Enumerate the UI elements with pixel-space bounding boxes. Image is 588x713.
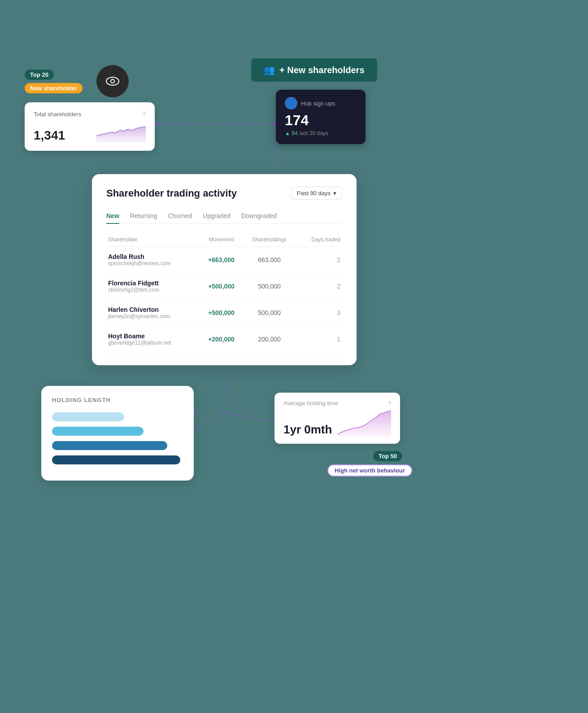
table-row[interactable]: Florencia Fidgett ckinlochg2@ibm.com +50… xyxy=(106,273,342,300)
shareholdings-value: 663,000 xyxy=(258,256,281,263)
high-net-worth-badge[interactable]: High net worth behaviour xyxy=(327,464,412,477)
shareholder-email: ckinlochg2@ibm.com xyxy=(108,287,198,293)
tab-returning[interactable]: Returning xyxy=(130,209,157,224)
holding-bar xyxy=(52,412,124,421)
new-shareholder-badge[interactable]: New shareholder xyxy=(25,83,83,93)
shareholder-name: Adella Rush xyxy=(108,253,198,260)
svg-line-4 xyxy=(224,413,278,422)
shareholder-email: sproschekjh@reuters.com xyxy=(108,260,198,267)
new-shareholder-badge-label: New shareholder xyxy=(30,85,77,92)
shareholder-name: Florencia Fidgett xyxy=(108,280,198,287)
eye-icon xyxy=(96,65,129,97)
shareholder-name: Hoyt Boame xyxy=(108,332,198,340)
hub-signups-change: ▲ 84 xyxy=(285,130,298,136)
top20-badge-label: Top 20 xyxy=(30,71,48,78)
shareholdings-value: 500,000 xyxy=(258,283,281,290)
avg-holding-value: 1yr 0mth xyxy=(283,423,332,437)
top50-badge-label: Top 50 xyxy=(379,453,397,459)
tab-new[interactable]: New xyxy=(106,209,119,224)
days-traded-value: 2 xyxy=(337,283,340,290)
shareholder-name: Harlen Chiverton xyxy=(108,306,198,313)
table-row[interactable]: Hoyt Boame gbeveridge11@jalbum.net +200,… xyxy=(106,326,342,353)
new-shareholders-button[interactable]: 👥 + New shareholders xyxy=(251,58,377,82)
hub-icon: 👤 xyxy=(285,97,297,109)
add-person-icon: 👥 xyxy=(264,65,275,75)
hub-signups-card: 👤 Hub sign ups 174 ▲ 84 last 30 days xyxy=(276,90,366,144)
hub-signups-label: Hub sign ups xyxy=(301,100,335,107)
bar-row xyxy=(52,427,183,436)
bar-row xyxy=(52,441,183,450)
total-shareholders-title: Total shareholders ? xyxy=(34,110,146,118)
movement-value: +500,000 xyxy=(208,309,235,316)
tab-churned[interactable]: Churned xyxy=(168,209,192,224)
days-traded-value: 3 xyxy=(337,309,340,316)
shareholders-table: Shareholder Movement Shareholdings Days … xyxy=(106,233,342,353)
col-shareholdings: Shareholdings xyxy=(243,233,296,247)
movement-value: +500,000 xyxy=(208,283,235,290)
col-movement: Movement xyxy=(200,233,242,247)
hub-signups-value: 174 xyxy=(285,112,357,129)
holding-length-card: HOLDING LENGTH xyxy=(41,386,194,481)
avg-holding-card: Average holding time ? 1yr 0mth xyxy=(274,393,400,444)
avg-holding-title: Average holding time ? xyxy=(283,400,391,407)
hub-signups-period: last 30 days xyxy=(300,130,328,136)
new-shareholders-label: + New shareholders xyxy=(279,65,365,75)
high-net-worth-label: High net worth behaviour xyxy=(335,467,405,474)
col-days-traded: Days traded xyxy=(296,233,342,247)
shareholder-email: jbeney2n@symantec.com xyxy=(108,313,198,319)
holding-bar xyxy=(52,441,167,450)
table-row[interactable]: Adella Rush sproschekjh@reuters.com +663… xyxy=(106,247,342,273)
days-traded-value: 2 xyxy=(337,256,340,263)
movement-value: +200,000 xyxy=(208,336,235,343)
col-shareholder: Shareholder xyxy=(106,233,200,247)
table-row[interactable]: Harlen Chiverton jbeney2n@symantec.com +… xyxy=(106,300,342,326)
bars-container xyxy=(52,412,183,464)
holding-length-title: HOLDING LENGTH xyxy=(52,397,183,403)
period-selector[interactable]: Past 90 days ▾ xyxy=(291,187,342,200)
total-shareholders-chart xyxy=(96,120,146,143)
tab-downgraded[interactable]: Downgraded xyxy=(241,209,277,224)
top50-badge[interactable]: Top 50 xyxy=(373,451,402,461)
days-traded-value: 1 xyxy=(337,336,340,343)
shareholdings-value: 500,000 xyxy=(258,309,281,316)
trading-card-title: Shareholder trading activity xyxy=(106,188,237,199)
total-shareholders-value: 1,341 xyxy=(34,128,65,143)
svg-point-7 xyxy=(111,80,114,83)
holding-bar xyxy=(52,427,144,436)
period-selector-label: Past 90 days xyxy=(297,190,331,197)
top20-badge[interactable]: Top 20 xyxy=(25,70,54,80)
trading-activity-card: Shareholder trading activity Past 90 day… xyxy=(92,174,357,365)
help-icon[interactable]: ? xyxy=(142,110,146,118)
svg-line-3 xyxy=(193,413,224,431)
chevron-down-icon: ▾ xyxy=(333,190,336,197)
shareholder-email: gbeveridge11@jalbum.net xyxy=(108,340,198,346)
tab-upgraded[interactable]: Upgraded xyxy=(203,209,231,224)
bar-row xyxy=(52,455,183,464)
movement-value: +663,000 xyxy=(208,256,235,263)
avg-holding-chart xyxy=(337,410,391,437)
bar-row xyxy=(52,412,183,421)
trading-tabs: New Returning Churned Upgraded Downgrade… xyxy=(106,209,342,224)
avg-help-icon[interactable]: ? xyxy=(388,400,391,407)
shareholdings-value: 200,000 xyxy=(258,336,281,343)
total-shareholders-card: Total shareholders ? 1,341 xyxy=(25,102,155,151)
holding-bar xyxy=(52,455,180,464)
